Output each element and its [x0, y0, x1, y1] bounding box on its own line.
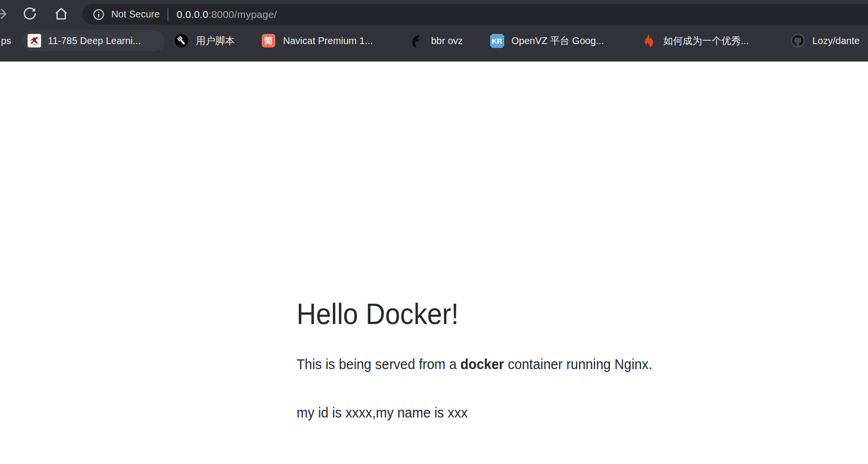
bookmark-11785-deep-learning[interactable]: 11-785 Deep Learni... — [23, 30, 165, 51]
bookmark-label: Lozy/dante — [812, 35, 860, 46]
bookmark-openvz[interactable]: KR OpenVZ 平台 Goog... — [490, 30, 604, 51]
bookmark-label: bbr ovz — [431, 35, 463, 46]
intro-text-start: This is being served from a — [297, 356, 460, 372]
not-secure-label[interactable]: Not Secure — [111, 9, 160, 20]
intro-text-end: container running Nginx. — [504, 356, 652, 372]
bookmark-label: 用户脚本 — [196, 34, 235, 47]
forward-arrow-icon — [0, 6, 8, 21]
kr-glyph: KR — [492, 37, 502, 45]
url-path: :8000/mypage/ — [209, 9, 277, 20]
page-info-icon[interactable] — [93, 9, 105, 20]
bookmark-userscripts[interactable]: 用户脚本 — [174, 30, 235, 51]
url-text[interactable]: 0.0.0.0:8000/mypage/ — [177, 9, 277, 20]
omnibox-divider — [167, 8, 168, 21]
docker-bold-word: docker — [460, 356, 504, 372]
browser-toolbar: Not Secure 0.0.0.0:8000/mypage/ — [0, 0, 868, 28]
home-icon — [54, 6, 69, 21]
reload-button[interactable] — [22, 6, 37, 21]
reload-icon — [22, 6, 37, 21]
flame-favicon — [642, 33, 656, 48]
id-name-paragraph: my id is xxxx,my name is xxx — [297, 405, 839, 421]
github-favicon — [791, 33, 805, 48]
browser-chrome: Not Secure 0.0.0.0:8000/mypage/ ps 11-78… — [0, 0, 868, 62]
bookmark-label: 11-785 Deep Learni... — [48, 35, 141, 46]
jianshu-glyph: 简 — [264, 35, 273, 46]
black-bird-favicon — [409, 33, 424, 48]
apps-shortcut-partial[interactable]: ps — [1, 30, 11, 51]
page-content: Hello Docker! This is being served from … — [0, 62, 868, 464]
kr-favicon: KR — [490, 33, 504, 48]
bookmark-navicat-premium[interactable]: 简 Navicat Premium 1... — [261, 30, 373, 51]
greasyfork-fork-favicon — [174, 33, 189, 48]
page-title: Hello Docker! — [297, 296, 811, 331]
bookmarks-bar: ps 11-785 Deep Learni... — [0, 28, 868, 62]
url-host: 0.0.0.0 — [177, 9, 209, 20]
home-button[interactable] — [54, 6, 69, 21]
cmu-bird-favicon — [28, 34, 41, 47]
address-bar[interactable]: Not Secure 0.0.0.0:8000/mypage/ — [82, 4, 868, 25]
intro-paragraph: This is being served from a docker conta… — [297, 356, 839, 372]
bookmark-label: 如何成为一个优秀... — [663, 34, 749, 47]
apps-label: ps — [1, 35, 11, 46]
bookmark-label: OpenVZ 平台 Goog... — [511, 34, 604, 47]
bookmark-zhihu-article[interactable]: 如何成为一个优秀... — [642, 30, 749, 51]
jianshu-favicon: 简 — [261, 33, 276, 48]
bookmark-label: Navicat Premium 1... — [283, 35, 373, 46]
bookmark-bbr-ovz[interactable]: bbr ovz — [409, 30, 463, 51]
bookmark-github-lozy-dante[interactable]: Lozy/dante — [791, 30, 860, 51]
forward-button[interactable] — [0, 6, 8, 21]
